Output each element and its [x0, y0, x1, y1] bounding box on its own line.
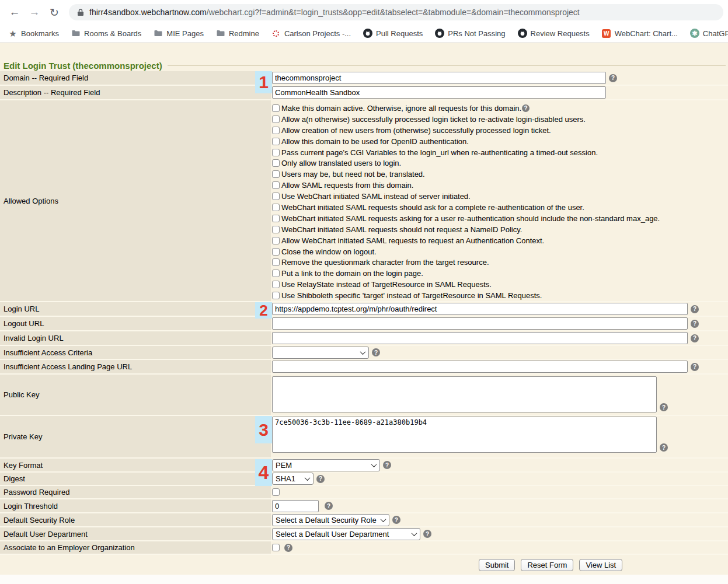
allowed-option-checkbox[interactable]	[272, 170, 280, 178]
form-legend-row: Edit Login Trust (thecommonsproject)	[0, 43, 728, 71]
allowed-option-checkbox[interactable]	[272, 127, 280, 134]
description-input[interactable]	[272, 86, 606, 99]
row-insufficient-access-criteria: Insufficient Access Criteria ?	[0, 346, 728, 360]
allowed-option-checkbox[interactable]	[272, 237, 280, 244]
allowed-options-list: Make this domain active. Otherwise, igno…	[272, 100, 728, 301]
submit-button[interactable]: Submit	[479, 559, 515, 571]
password-required-checkbox[interactable]	[272, 488, 280, 496]
login-url-input[interactable]	[272, 303, 688, 315]
allowed-option-checkbox[interactable]	[272, 149, 280, 156]
allowed-option-label: Allow SAML requests from this domain.	[281, 181, 413, 190]
help-icon[interactable]: ?	[660, 443, 668, 452]
help-icon[interactable]: ?	[316, 475, 325, 483]
key-format-select[interactable]: PEM	[272, 459, 380, 471]
allowed-option-checkbox[interactable]	[272, 193, 280, 200]
help-icon[interactable]: ?	[522, 104, 530, 112]
reset-form-button[interactable]: Reset Form	[521, 559, 573, 571]
invalid-login-url-input[interactable]	[272, 332, 688, 344]
page-title: Edit Login Trust (thecommonsproject)	[4, 61, 162, 71]
annotation-marker-2: 2	[255, 302, 272, 319]
allowed-option-label: Remove the questionmark character from t…	[281, 258, 489, 267]
allowed-option-checkbox[interactable]	[272, 159, 280, 167]
domain-input[interactable]	[272, 72, 606, 84]
bookmark-item[interactable]: MIE Pages	[154, 29, 204, 38]
allowed-option-checkbox[interactable]	[272, 281, 280, 288]
bookmark-item[interactable]: Pull Requests	[363, 29, 423, 38]
login-url-label: Login URL	[0, 302, 271, 316]
annotation-marker-3: 3	[255, 416, 272, 443]
allowed-option-checkbox[interactable]	[272, 138, 280, 145]
form-actions: Submit Reset Form View List	[0, 555, 728, 575]
bookmark-item[interactable]: ✱ChatGPT	[690, 29, 728, 38]
help-icon[interactable]: ?	[284, 544, 292, 552]
bookmark-item[interactable]: Review Requests	[518, 29, 590, 38]
forward-button[interactable]: →	[26, 4, 43, 21]
help-icon[interactable]: ?	[609, 74, 617, 82]
user-department-select[interactable]: Select a Default User Department	[272, 528, 420, 540]
allowed-option-label: Make this domain active. Otherwise, igno…	[281, 104, 521, 113]
allowed-option-label: Users may be, but need not be, translate…	[281, 170, 425, 179]
help-icon[interactable]: ?	[325, 502, 333, 510]
github-icon	[363, 29, 372, 38]
row-employer-org: Associate to an Employer Organization ?	[0, 541, 728, 555]
allowed-option-checkbox[interactable]	[272, 292, 280, 299]
url-bar[interactable]: fhirr4sandbox.webchartnow.com/webchart.c…	[69, 4, 723, 20]
bookmark-item[interactable]: WWebChart: Chart...	[602, 29, 678, 38]
webchart-icon: W	[602, 29, 611, 38]
criteria-select[interactable]	[272, 347, 369, 359]
public-key-textarea[interactable]	[272, 376, 657, 412]
allowed-option: Allow a(n otherwise) successfully proces…	[272, 114, 586, 125]
bookmark-item[interactable]: Carlson Projects -...	[271, 29, 351, 38]
bookmark-item[interactable]: PRs Not Passing	[435, 29, 505, 38]
allowed-option-checkbox[interactable]	[272, 215, 280, 222]
bookmark-item[interactable]: Rooms & Boards	[71, 29, 141, 38]
help-icon[interactable]: ?	[372, 348, 380, 356]
logout-url-input[interactable]	[272, 317, 688, 330]
help-icon[interactable]: ?	[660, 403, 668, 411]
landing-url-input[interactable]	[272, 361, 688, 373]
legend-rule	[168, 65, 726, 66]
bookmark-item[interactable]: Redmine	[216, 29, 259, 38]
employer-org-checkbox[interactable]	[272, 544, 280, 551]
reload-button[interactable]: ↻	[46, 4, 63, 21]
allowed-option-checkbox[interactable]	[272, 116, 280, 123]
help-icon[interactable]: ?	[392, 516, 400, 524]
bookmark-label: ChatGPT	[703, 29, 728, 38]
help-icon[interactable]: ?	[691, 305, 699, 313]
allowed-option-checkbox[interactable]	[272, 248, 280, 256]
allowed-option-label: Allow WebChart initiated SAML requests t…	[281, 236, 544, 245]
user-department-label: Default User Department	[0, 527, 271, 540]
bookmark-item[interactable]: ★Bookmarks	[8, 29, 59, 38]
allowed-option-checkbox[interactable]	[272, 226, 280, 233]
allowed-option-checkbox[interactable]	[272, 270, 280, 277]
private-key-textarea[interactable]: 7ce50036-3c3b-11ee-8689-a21a380b19b4	[272, 417, 657, 453]
allowed-option-checkbox[interactable]	[272, 181, 280, 189]
help-icon[interactable]: ?	[383, 461, 391, 469]
folder-icon	[216, 29, 225, 38]
allowed-option-checkbox[interactable]	[272, 204, 280, 211]
digest-select[interactable]: SHA1	[272, 473, 314, 485]
row-allowed-options: Allowed Options Make this domain active.…	[0, 100, 728, 302]
bookmark-label: WebChart: Chart...	[615, 29, 678, 38]
help-icon[interactable]: ?	[691, 363, 699, 371]
chevron-down-icon	[412, 530, 417, 536]
help-icon[interactable]: ?	[423, 530, 431, 538]
employer-org-label: Associate to an Employer Organization	[0, 541, 271, 554]
help-icon[interactable]: ?	[691, 334, 699, 342]
row-public-key: Public Key ?	[0, 375, 728, 416]
login-threshold-input[interactable]	[272, 500, 319, 512]
row-default-user-department: Default User Department Select a Default…	[0, 527, 728, 541]
back-button[interactable]: ←	[6, 4, 23, 21]
allowed-option-checkbox[interactable]	[272, 104, 280, 112]
folder-icon	[154, 29, 163, 38]
domain-label: Domain -- Required Field	[0, 71, 271, 85]
user-department-select-value: Select a Default User Department	[276, 530, 389, 538]
password-required-label: Password Required	[0, 486, 271, 498]
url-path: /webchart.cgi?f=admin&t=login_trusts&opp…	[207, 8, 580, 17]
help-icon[interactable]: ?	[691, 320, 699, 328]
row-invalid-login-url: Invalid Login URL ?	[0, 331, 728, 346]
security-role-select[interactable]: Select a Default Security Role	[272, 514, 389, 526]
allowed-option-label: Put a link to the domain on the login pa…	[281, 269, 423, 278]
view-list-button[interactable]: View List	[579, 559, 622, 571]
allowed-option-checkbox[interactable]	[272, 258, 280, 266]
